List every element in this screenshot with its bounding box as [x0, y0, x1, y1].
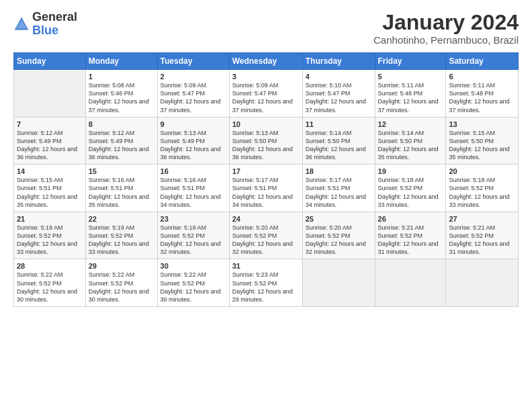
calendar-table: SundayMondayTuesdayWednesdayThursdayFrid…: [13, 52, 519, 307]
day-number: 1: [89, 73, 154, 81]
day-info: Sunrise: 5:18 AMSunset: 5:52 PMDaylight:…: [378, 176, 443, 209]
day-number: 25: [306, 215, 372, 223]
day-cell: 23Sunrise: 5:19 AMSunset: 5:52 PMDayligh…: [157, 212, 229, 259]
col-header-tuesday: Tuesday: [157, 53, 229, 70]
day-cell: 22Sunrise: 5:19 AMSunset: 5:52 PMDayligh…: [85, 212, 157, 259]
day-cell: 21Sunrise: 5:19 AMSunset: 5:52 PMDayligh…: [14, 212, 86, 259]
day-info: Sunrise: 5:16 AMSunset: 5:51 PMDaylight:…: [161, 176, 226, 209]
col-header-sunday: Sunday: [14, 53, 86, 70]
day-number: 6: [449, 73, 515, 81]
day-number: 24: [232, 215, 300, 223]
day-cell: 13Sunrise: 5:15 AMSunset: 5:50 PMDayligh…: [446, 117, 519, 165]
day-info: Sunrise: 5:15 AMSunset: 5:50 PMDaylight:…: [449, 129, 515, 162]
week-row-4: 21Sunrise: 5:19 AMSunset: 5:52 PMDayligh…: [14, 212, 519, 259]
day-cell: 10Sunrise: 5:13 AMSunset: 5:50 PMDayligh…: [229, 117, 302, 165]
day-number: 20: [449, 167, 515, 175]
day-number: 7: [17, 120, 83, 128]
day-number: 16: [161, 167, 226, 175]
day-info: Sunrise: 5:13 AMSunset: 5:49 PMDaylight:…: [161, 129, 226, 162]
day-number: 23: [161, 215, 226, 223]
day-number: 27: [449, 215, 515, 223]
col-header-friday: Friday: [375, 53, 446, 70]
day-cell: 25Sunrise: 5:20 AMSunset: 5:52 PMDayligh…: [302, 212, 375, 259]
day-cell: 19Sunrise: 5:18 AMSunset: 5:52 PMDayligh…: [375, 165, 446, 212]
logo-icon: [13, 16, 30, 32]
day-cell: 9Sunrise: 5:13 AMSunset: 5:49 PMDaylight…: [157, 117, 229, 165]
day-info: Sunrise: 5:20 AMSunset: 5:52 PMDaylight:…: [232, 224, 300, 257]
day-info: Sunrise: 5:21 AMSunset: 5:52 PMDaylight:…: [378, 224, 443, 257]
day-number: 13: [449, 120, 515, 128]
day-number: 2: [161, 73, 226, 81]
logo-blue: Blue: [32, 24, 58, 37]
day-cell: 14Sunrise: 5:15 AMSunset: 5:51 PMDayligh…: [14, 165, 86, 212]
day-cell: [14, 70, 86, 118]
day-info: Sunrise: 5:22 AMSunset: 5:52 PMDaylight:…: [17, 271, 83, 304]
day-cell: 3Sunrise: 5:09 AMSunset: 5:47 PMDaylight…: [229, 70, 302, 118]
day-cell: 7Sunrise: 5:12 AMSunset: 5:49 PMDaylight…: [14, 117, 86, 165]
day-number: 30: [161, 262, 226, 270]
header: General Blue January 2024 Canhotinho, Pe…: [13, 11, 519, 46]
day-number: 21: [17, 215, 83, 223]
logo: General Blue: [13, 11, 77, 38]
day-info: Sunrise: 5:14 AMSunset: 5:50 PMDaylight:…: [306, 129, 372, 162]
week-row-2: 7Sunrise: 5:12 AMSunset: 5:49 PMDaylight…: [14, 117, 519, 165]
week-row-1: 1Sunrise: 5:08 AMSunset: 5:46 PMDaylight…: [14, 70, 519, 118]
day-number: 3: [232, 73, 300, 81]
day-cell: 2Sunrise: 5:09 AMSunset: 5:47 PMDaylight…: [157, 70, 229, 118]
day-cell: 29Sunrise: 5:22 AMSunset: 5:52 PMDayligh…: [85, 259, 157, 307]
day-info: Sunrise: 5:20 AMSunset: 5:52 PMDaylight:…: [306, 224, 372, 257]
day-info: Sunrise: 5:19 AMSunset: 5:52 PMDaylight:…: [89, 224, 154, 257]
day-info: Sunrise: 5:17 AMSunset: 5:51 PMDaylight:…: [306, 176, 372, 209]
col-header-wednesday: Wednesday: [229, 53, 302, 70]
day-cell: 24Sunrise: 5:20 AMSunset: 5:52 PMDayligh…: [229, 212, 302, 259]
day-cell: 28Sunrise: 5:22 AMSunset: 5:52 PMDayligh…: [14, 259, 86, 307]
col-header-thursday: Thursday: [302, 53, 375, 70]
day-cell: 12Sunrise: 5:14 AMSunset: 5:50 PMDayligh…: [375, 117, 446, 165]
day-cell: 11Sunrise: 5:14 AMSunset: 5:50 PMDayligh…: [302, 117, 375, 165]
location-subtitle: Canhotinho, Pernambuco, Brazil: [373, 34, 519, 46]
day-number: 28: [17, 262, 83, 270]
title-block: January 2024 Canhotinho, Pernambuco, Bra…: [373, 11, 519, 46]
day-info: Sunrise: 5:12 AMSunset: 5:49 PMDaylight:…: [89, 129, 154, 162]
day-info: Sunrise: 5:09 AMSunset: 5:47 PMDaylight:…: [161, 81, 226, 114]
day-cell: 4Sunrise: 5:10 AMSunset: 5:47 PMDaylight…: [302, 70, 375, 118]
day-cell: [375, 259, 446, 307]
day-number: 19: [378, 167, 443, 175]
svg-marker-1: [15, 19, 27, 29]
day-info: Sunrise: 5:15 AMSunset: 5:51 PMDaylight:…: [17, 176, 83, 209]
day-cell: 5Sunrise: 5:11 AMSunset: 5:48 PMDaylight…: [375, 70, 446, 118]
day-info: Sunrise: 5:10 AMSunset: 5:47 PMDaylight:…: [306, 81, 372, 114]
page-container: General Blue January 2024 Canhotinho, Pe…: [0, 0, 532, 314]
day-info: Sunrise: 5:11 AMSunset: 5:48 PMDaylight:…: [449, 81, 515, 114]
logo-general: General: [32, 10, 77, 24]
day-cell: 6Sunrise: 5:11 AMSunset: 5:48 PMDaylight…: [446, 70, 519, 118]
day-cell: 18Sunrise: 5:17 AMSunset: 5:51 PMDayligh…: [302, 165, 375, 212]
day-number: 11: [306, 120, 372, 128]
day-number: 10: [232, 120, 300, 128]
day-info: Sunrise: 5:08 AMSunset: 5:46 PMDaylight:…: [89, 81, 154, 114]
day-number: 15: [89, 167, 154, 175]
day-cell: 26Sunrise: 5:21 AMSunset: 5:52 PMDayligh…: [375, 212, 446, 259]
month-title: January 2024: [373, 11, 519, 34]
day-cell: [446, 259, 519, 307]
day-cell: 16Sunrise: 5:16 AMSunset: 5:51 PMDayligh…: [157, 165, 229, 212]
col-header-saturday: Saturday: [446, 53, 519, 70]
day-cell: 27Sunrise: 5:21 AMSunset: 5:52 PMDayligh…: [446, 212, 519, 259]
day-number: 14: [17, 167, 83, 175]
day-info: Sunrise: 5:13 AMSunset: 5:50 PMDaylight:…: [232, 129, 300, 162]
day-info: Sunrise: 5:22 AMSunset: 5:52 PMDaylight:…: [89, 271, 154, 304]
day-number: 8: [89, 120, 154, 128]
day-info: Sunrise: 5:11 AMSunset: 5:48 PMDaylight:…: [378, 81, 443, 114]
day-cell: 1Sunrise: 5:08 AMSunset: 5:46 PMDaylight…: [85, 70, 157, 118]
week-row-3: 14Sunrise: 5:15 AMSunset: 5:51 PMDayligh…: [14, 165, 519, 212]
col-header-monday: Monday: [85, 53, 157, 70]
day-info: Sunrise: 5:18 AMSunset: 5:52 PMDaylight:…: [449, 176, 515, 209]
logo-wordmark: General Blue: [32, 11, 77, 38]
day-info: Sunrise: 5:23 AMSunset: 5:52 PMDaylight:…: [232, 271, 300, 304]
day-cell: 20Sunrise: 5:18 AMSunset: 5:52 PMDayligh…: [446, 165, 519, 212]
day-info: Sunrise: 5:19 AMSunset: 5:52 PMDaylight:…: [17, 224, 83, 257]
day-cell: 31Sunrise: 5:23 AMSunset: 5:52 PMDayligh…: [229, 259, 302, 307]
header-row: SundayMondayTuesdayWednesdayThursdayFrid…: [14, 53, 519, 70]
day-cell: [302, 259, 375, 307]
day-cell: 15Sunrise: 5:16 AMSunset: 5:51 PMDayligh…: [85, 165, 157, 212]
